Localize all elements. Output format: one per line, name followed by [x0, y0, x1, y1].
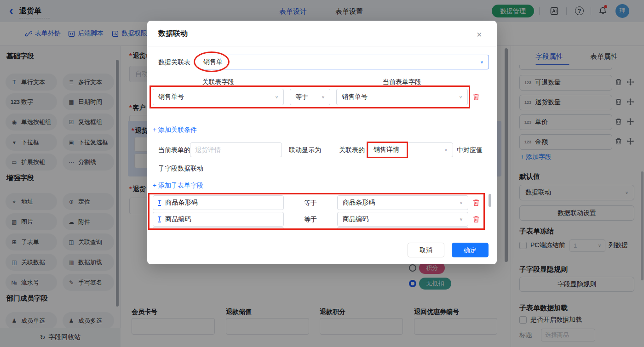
relation-table-select[interactable]: 销售单 ∨	[198, 55, 489, 69]
confirm-button[interactable]: 确定	[452, 243, 489, 257]
subfield-linkage-heading: 子字段数据联动	[158, 165, 203, 173]
link-display-label: 联动显示为	[289, 142, 321, 157]
add-condition-link[interactable]: + 添加关联条件	[153, 126, 197, 134]
display-field-input[interactable]	[190, 142, 282, 157]
relation-form-label: 关联表的	[339, 142, 365, 157]
close-icon[interactable]: ×	[477, 30, 482, 39]
current-form-label: 当前表单的	[158, 142, 190, 157]
annotation-rect-relation-field	[367, 142, 408, 158]
modal-title: 数据联动	[158, 29, 188, 39]
chevron-down-icon: ∨	[480, 60, 483, 64]
chevron-down-icon: ∨	[444, 148, 448, 152]
annotation-rect-sub-rows	[148, 193, 485, 230]
add-subform-field-link[interactable]: + 添加子表单字段	[153, 182, 203, 190]
annotation-ellipse-relation-table	[194, 51, 230, 72]
value-suffix-label: 中对应值	[457, 142, 483, 157]
modal-divider	[147, 46, 497, 46]
modal-scrollbar[interactable]	[489, 194, 491, 207]
annotation-rect-condition-row	[150, 85, 470, 108]
cancel-button[interactable]: 取消	[408, 243, 444, 257]
app-window: ‹ 退货单 表单设计 表单设置 数据管理 ? 理 表单外链 后端脚本 数据权限	[0, 0, 644, 347]
delete-condition-icon[interactable]	[472, 93, 480, 101]
relation-table-label: 数据关联表	[158, 55, 190, 69]
